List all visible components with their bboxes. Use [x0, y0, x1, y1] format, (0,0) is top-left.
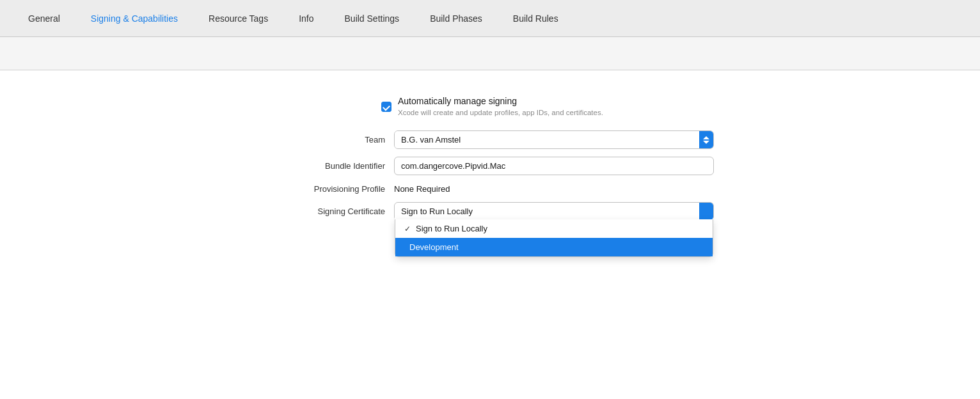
team-select[interactable]: B.G. van Amstel — [394, 130, 714, 149]
signing-cert-selected: Sign to Run Locally — [395, 203, 713, 220]
auto-signing-sublabel: Xcode will create and update profiles, a… — [398, 107, 603, 118]
auto-signing-checkbox[interactable] — [381, 102, 391, 112]
provisioning-value: None Required — [394, 184, 450, 194]
signing-cert-control: Sign to Run Locally ✓ Sign to Run Locall… — [394, 202, 714, 221]
signing-cert-row: Signing Certificate Sign to Run Locally … — [266, 202, 714, 221]
provisioning-label: Provisioning Profile — [266, 184, 394, 194]
auto-signing-label: Automatically manage signing — [398, 96, 603, 106]
dropdown-item-development[interactable]: Development — [395, 238, 713, 256]
team-row: Team B.G. van Amstel — [266, 130, 714, 149]
team-control: B.G. van Amstel — [394, 130, 714, 149]
signing-cert-selected-value: Sign to Run Locally — [395, 203, 699, 220]
tab-info[interactable]: Info — [283, 0, 329, 36]
team-value: B.G. van Amstel — [395, 131, 699, 148]
dropdown-item-label: Development — [409, 242, 459, 252]
signing-cert-dropdown[interactable]: Sign to Run Locally ✓ Sign to Run Locall… — [394, 202, 714, 221]
team-stepper[interactable] — [699, 131, 713, 148]
signing-cert-menu: ✓ Sign to Run Locally Development — [395, 219, 713, 257]
tab-build-rules[interactable]: Build Rules — [498, 0, 574, 36]
toolbar-area — [0, 37, 980, 70]
signing-cert-label: Signing Certificate — [266, 207, 394, 216]
checkmark-icon: ✓ — [404, 224, 411, 233]
tab-bar: General Signing & Capabilities Resource … — [0, 0, 980, 37]
team-label: Team — [266, 135, 394, 145]
dropdown-item-sign-locally[interactable]: ✓ Sign to Run Locally — [395, 219, 713, 238]
team-arrow-down — [703, 141, 709, 144]
provisioning-row: Provisioning Profile None Required — [266, 183, 714, 194]
team-arrow-up — [703, 136, 709, 139]
dropdown-item-label: Sign to Run Locally — [416, 224, 487, 233]
bundle-id-label: Bundle Identifier — [266, 161, 394, 171]
tab-resource-tags[interactable]: Resource Tags — [193, 0, 283, 36]
checkbox-wrapper: Automatically manage signing Xcode will … — [381, 96, 603, 118]
form-container: Automatically manage signing Xcode will … — [266, 96, 714, 228]
tab-build-settings[interactable]: Build Settings — [329, 0, 415, 36]
tab-build-phases[interactable]: Build Phases — [415, 0, 498, 36]
tab-general[interactable]: General — [13, 0, 75, 36]
tab-signing[interactable]: Signing & Capabilities — [75, 0, 193, 36]
bundle-id-control — [394, 157, 714, 175]
provisioning-control: None Required — [394, 183, 714, 194]
bundle-id-input[interactable] — [394, 157, 714, 175]
main-content: Automatically manage signing Xcode will … — [0, 70, 980, 399]
bundle-id-row: Bundle Identifier — [266, 157, 714, 175]
checkbox-label-group: Automatically manage signing Xcode will … — [398, 96, 603, 118]
signing-cert-stepper[interactable] — [699, 203, 713, 220]
auto-signing-row: Automatically manage signing Xcode will … — [266, 96, 714, 118]
